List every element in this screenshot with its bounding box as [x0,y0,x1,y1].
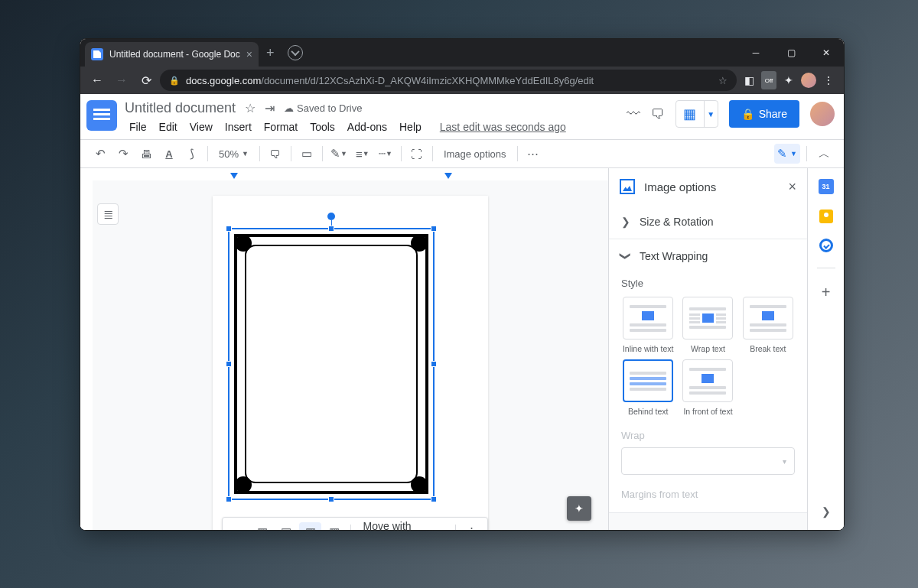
star-icon[interactable]: ☆ [245,101,256,115]
present-icon[interactable]: ▦ [676,106,704,122]
wrap-select[interactable]: ▾ [621,447,795,475]
style-label: Style [621,278,795,289]
zoom-dropdown[interactable]: 50%▼ [213,144,255,164]
more-toolbar-button[interactable]: ⋯ [522,144,544,164]
inline-option-icon[interactable]: ▭ [227,522,249,530]
page[interactable]: ▭ ▦ ▤ ▥ ▧ Move with text▼ ⋮ [213,196,488,530]
media-control-icon[interactable] [288,45,303,60]
address-bar: ← → ⟳ 🔒 docs.google.com/document/d/12XCs… [80,67,844,94]
account-avatar[interactable] [810,102,835,126]
resize-handle-tl[interactable] [226,226,232,232]
collapse-toolbar-button[interactable]: ︿ [813,144,835,164]
extensions-puzzle-icon[interactable]: ✦ [780,71,798,89]
style-inline[interactable]: Inline with text [621,297,675,353]
document-outline-button[interactable]: ≣ [97,203,119,225]
resize-handle-t[interactable] [328,226,334,232]
resize-handle-b[interactable] [328,496,334,502]
image-placeholder-icon[interactable]: ▭ [296,144,317,164]
activity-icon[interactable]: 〰 [627,106,640,122]
break-option-icon[interactable]: ▤ [275,522,298,530]
close-panel-icon[interactable]: × [788,179,796,195]
maximize-button[interactable]: ▢ [773,39,809,67]
menu-file[interactable]: File [125,119,151,135]
present-button[interactable]: ▦ ▼ [675,100,718,128]
add-addon-button[interactable]: + [822,284,831,301]
border-dash-button[interactable]: ┄▼ [375,144,396,164]
hide-sidepanel-button[interactable]: ❯ [815,501,837,522]
share-button[interactable]: 🔒 Share [729,100,799,128]
browser-tab[interactable]: Untitled document - Google Doc × [85,42,259,67]
panel-scroll[interactable]: ❯ Size & Rotation ❯ Text Wrapping Style [609,205,807,530]
close-tab-icon[interactable]: × [246,48,252,60]
comments-icon[interactable]: 🗨 [651,106,665,122]
horizontal-ruler[interactable] [93,168,608,180]
style-behind[interactable]: Behind text [621,359,675,416]
omnibox[interactable]: 🔒 docs.google.com/document/d/12XCsAzhXi-… [160,70,737,91]
extension-off-icon[interactable]: Off [761,71,776,89]
image-options-button[interactable]: Image options [438,144,513,164]
menu-format[interactable]: Format [259,119,302,135]
style-front[interactable]: In front of text [681,359,734,416]
main-area: ▭ ▦ ▤ ▥ ▧ Move with text▼ ⋮ [80,168,844,530]
wrap-option-icon[interactable]: ▦ [251,522,273,530]
spellcheck-button[interactable]: A [158,144,180,164]
forward-button[interactable]: → [111,70,132,91]
explore-button[interactable] [567,496,591,521]
text-wrapping-header[interactable]: ❯ Text Wrapping [609,239,807,273]
menu-addons[interactable]: Add-ons [343,119,392,135]
last-edit-link[interactable]: Last edit was seconds ago [435,119,571,135]
selected-image[interactable] [228,228,435,500]
paint-format-button[interactable]: ⟆ [181,144,203,164]
border-color-button[interactable]: ✎▼ [327,144,350,164]
image-overflow-icon[interactable]: ⋮ [461,522,483,530]
right-indent-marker[interactable] [444,173,452,179]
crop-button[interactable]: ⛶ [406,144,428,164]
style-break[interactable]: Break text [741,297,795,353]
menu-view[interactable]: View [185,119,217,135]
redo-button[interactable]: ↷ [112,144,134,164]
extension-icon[interactable]: ◧ [740,71,758,89]
keep-icon[interactable] [819,210,833,223]
reload-button[interactable]: ⟳ [135,70,157,91]
minimize-button[interactable]: ─ [738,39,773,67]
print-button[interactable]: 🖶 [135,144,157,164]
menu-insert[interactable]: Insert [220,119,256,135]
left-indent-marker[interactable] [230,173,238,179]
behind-option-icon[interactable]: ▥ [299,522,321,530]
add-comment-button[interactable]: 🗨 [265,144,286,164]
browser-menu-icon[interactable]: ⋮ [819,71,838,89]
vertical-ruler[interactable] [80,168,93,530]
saved-status[interactable]: ☁ Saved to Drive [284,102,362,114]
panel-title: Image options [644,180,716,193]
border-weight-button[interactable]: ≡▼ [352,144,373,164]
new-tab-button[interactable]: + [259,45,282,61]
front-option-icon[interactable]: ▧ [323,522,345,530]
bookmark-star-icon[interactable]: ☆ [718,75,728,86]
tab-strip: Untitled document - Google Doc × + ─ ▢ ✕ [80,39,844,67]
present-dropdown-icon[interactable]: ▼ [704,101,718,127]
url: docs.google.com/document/d/12XCsAzhXi-D_… [186,75,594,86]
docs-logo[interactable] [86,100,117,131]
style-wrap[interactable]: Wrap text [681,297,734,353]
menu-help[interactable]: Help [395,119,426,135]
close-window-button[interactable]: ✕ [809,39,844,67]
menu-tools[interactable]: Tools [305,119,340,135]
resize-handle-l[interactable] [226,361,232,367]
rotate-handle[interactable] [327,213,335,220]
menu-edit[interactable]: Edit [155,119,182,135]
resize-handle-bl[interactable] [226,496,232,502]
share-label: Share [759,108,787,120]
back-button[interactable]: ← [86,70,108,91]
resize-handle-br[interactable] [431,496,437,502]
calendar-icon[interactable]: 31 [819,179,834,194]
profile-avatar[interactable] [801,73,816,88]
document-title[interactable]: Untitled document [125,100,236,116]
move-folder-icon[interactable]: ⇥ [265,101,275,115]
resize-handle-r[interactable] [431,361,437,367]
undo-button[interactable]: ↶ [90,144,111,164]
tasks-icon[interactable] [819,239,833,252]
editing-mode-button[interactable]: ✎ ▼ [774,144,800,164]
size-rotation-section[interactable]: ❯ Size & Rotation [609,205,807,239]
resize-handle-tr[interactable] [431,226,437,232]
move-with-text-dropdown[interactable]: Move with text▼ [356,520,451,530]
